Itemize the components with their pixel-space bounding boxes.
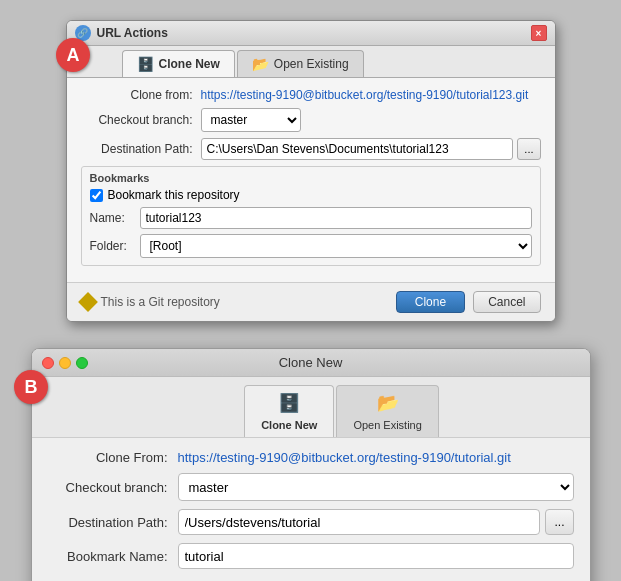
tab-clone-new-b[interactable]: 🗄️ Clone New <box>244 385 334 437</box>
tab-clone-new-b-label: Clone New <box>261 419 317 431</box>
dest-path-input-group-b: ... <box>178 509 574 535</box>
tab-open-existing-b[interactable]: 📂 Open Existing <box>336 385 438 437</box>
git-diamond-icon <box>78 292 98 312</box>
bookmark-check-label: Bookmark this repository <box>108 188 240 202</box>
clone-from-label: Clone from: <box>81 88 201 102</box>
checkout-select[interactable]: master <box>201 108 301 132</box>
title-bar-b: Clone New <box>32 349 590 377</box>
checkout-select-b[interactable]: master <box>178 473 574 501</box>
clone-from-label-b: Clone From: <box>48 450 178 465</box>
dest-path-label: Destination Path: <box>81 142 201 156</box>
window-a: 🔗 URL Actions × 🗄️ Clone New 📂 Open Exis… <box>66 20 556 322</box>
bookmark-checkbox[interactable] <box>90 189 103 202</box>
folder-select[interactable]: [Root] <box>140 234 532 258</box>
bookmark-checkbox-row: Bookmark this repository <box>90 188 532 202</box>
browse-button-b[interactable]: ... <box>545 509 573 535</box>
folder-label: Folder: <box>90 239 140 253</box>
clone-new-tab-icon: 🗄️ <box>137 56 154 72</box>
clone-new-tab-b-icon: 🗄️ <box>278 392 300 414</box>
clone-button-a[interactable]: Clone <box>396 291 465 313</box>
dest-path-input[interactable] <box>201 138 514 160</box>
dest-path-input-b[interactable] <box>178 509 541 535</box>
action-buttons-a: Clone Cancel <box>396 291 541 313</box>
tab-bar-a: 🗄️ Clone New 📂 Open Existing <box>67 46 555 78</box>
form-area-b: Clone From: https://testing-9190@bitbuck… <box>32 438 590 581</box>
tab-clone-new-a-label: Clone New <box>159 57 220 71</box>
bookmark-name-label-b: Bookmark Name: <box>48 549 178 564</box>
badge-a: A <box>56 38 90 72</box>
dest-path-label-b: Destination Path: <box>48 515 178 530</box>
window-b-title: Clone New <box>279 355 343 370</box>
maximize-traffic-light[interactable] <box>76 357 88 369</box>
clone-from-value: https://testing-9190@bitbucket.org/testi… <box>201 88 541 102</box>
checkout-row: Checkout branch: master <box>81 108 541 132</box>
git-label-a: This is a Git repository <box>101 295 220 309</box>
bookmark-name-input[interactable] <box>140 207 532 229</box>
browse-button-a[interactable]: ... <box>517 138 540 160</box>
badge-b: B <box>14 370 48 404</box>
checkout-label-b: Checkout branch: <box>48 480 178 495</box>
bookmark-name-label: Name: <box>90 211 140 225</box>
bookmark-name-row: Name: <box>90 207 532 229</box>
tab-open-existing-a[interactable]: 📂 Open Existing <box>237 50 364 77</box>
bookmark-name-input-b[interactable] <box>178 543 574 569</box>
clone-from-row-b: Clone From: https://testing-9190@bitbuck… <box>48 450 574 465</box>
close-button-a[interactable]: × <box>531 25 547 41</box>
minimize-traffic-light[interactable] <box>59 357 71 369</box>
window-a-title: URL Actions <box>97 26 168 40</box>
open-existing-tab-icon: 📂 <box>252 56 269 72</box>
bottom-bar-a: This is a Git repository Clone Cancel <box>67 282 555 321</box>
tab-bar-b: 🗄️ Clone New 📂 Open Existing <box>32 377 590 438</box>
open-existing-tab-b-icon: 📂 <box>377 392 399 414</box>
dest-path-input-group: ... <box>201 138 541 160</box>
git-info-a: This is a Git repository <box>81 295 220 309</box>
traffic-lights <box>42 357 88 369</box>
clone-from-row: Clone from: https://testing-9190@bitbuck… <box>81 88 541 102</box>
bookmarks-group: Bookmarks Bookmark this repository Name:… <box>81 166 541 266</box>
bookmarks-title: Bookmarks <box>90 172 532 184</box>
checkout-row-b: Checkout branch: master <box>48 473 574 501</box>
folder-row: Folder: [Root] <box>90 234 532 258</box>
bookmark-name-row-b: Bookmark Name: <box>48 543 574 569</box>
clone-from-value-b: https://testing-9190@bitbucket.org/testi… <box>178 450 574 465</box>
tab-open-existing-a-label: Open Existing <box>274 57 349 71</box>
cancel-button-a[interactable]: Cancel <box>473 291 540 313</box>
window-b: Clone New 🗄️ Clone New 📂 Open Existing C… <box>31 348 591 581</box>
tab-open-existing-b-label: Open Existing <box>353 419 421 431</box>
form-area-a: Clone from: https://testing-9190@bitbuck… <box>67 78 555 282</box>
dest-path-row-b: Destination Path: ... <box>48 509 574 535</box>
tab-clone-new-a[interactable]: 🗄️ Clone New <box>122 50 235 77</box>
close-traffic-light[interactable] <box>42 357 54 369</box>
dest-path-row: Destination Path: ... <box>81 138 541 160</box>
title-bar-a: 🔗 URL Actions × <box>67 21 555 46</box>
checkout-label: Checkout branch: <box>81 113 201 127</box>
title-bar-left: 🔗 URL Actions <box>75 25 168 41</box>
